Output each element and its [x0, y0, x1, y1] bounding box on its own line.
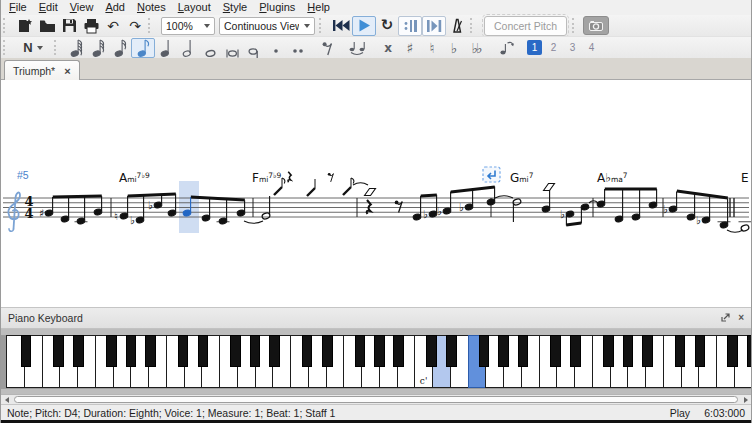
piano-key-Gs2[interactable]	[250, 335, 261, 367]
svg-text:♭: ♭	[148, 199, 153, 212]
flip-direction-button[interactable]	[495, 38, 517, 57]
tab-close-icon[interactable]: ×	[64, 66, 70, 77]
piano-key-Cs6[interactable]	[675, 335, 686, 367]
toolbar-separator	[3, 40, 10, 55]
piano-key-Fs2[interactable]	[230, 335, 241, 367]
concert-pitch-button[interactable]: Concert Pitch	[484, 16, 567, 36]
image-capture-icon[interactable]	[583, 16, 609, 35]
duration-eighth-button[interactable]	[131, 38, 155, 58]
piano-key-Cs5[interactable]	[550, 335, 561, 367]
rest-button[interactable]	[317, 38, 339, 57]
piano-key-Gs1[interactable]	[126, 335, 137, 367]
zoom-value: 100%	[166, 20, 199, 32]
duration-32nd-button[interactable]	[87, 38, 109, 57]
view-mode-select[interactable]: Continuous View	[219, 17, 315, 35]
piano-key-Fs4[interactable]	[479, 335, 490, 367]
augmentation-dot-button[interactable]	[265, 38, 287, 57]
chevron-down-icon	[204, 24, 210, 28]
tie-button[interactable]	[347, 38, 369, 57]
menu-file[interactable]: File	[3, 0, 33, 15]
view-mode-value: Continuous View	[224, 20, 299, 32]
duration-64th-button[interactable]	[65, 38, 87, 57]
menu-style[interactable]: Style	[217, 0, 253, 15]
pan-score-icon[interactable]	[422, 16, 446, 36]
piano-key-Fs3[interactable]	[355, 335, 366, 367]
tab-triumph[interactable]: Triumph* ×	[4, 60, 80, 81]
loop-playback-icon[interactable]: ↻	[376, 16, 398, 35]
piano-key-Ds5[interactable]	[570, 335, 581, 367]
menu-layout[interactable]: Layout	[172, 0, 217, 15]
duration-breve-button[interactable]	[221, 38, 243, 57]
zoom-select[interactable]: 100%	[161, 17, 215, 35]
double-sharp-button[interactable]: x	[377, 38, 399, 57]
duration-quarter-button[interactable]	[155, 38, 177, 57]
menu-add[interactable]: Add	[99, 0, 131, 15]
save-icon[interactable]	[58, 16, 80, 35]
new-score-icon[interactable]	[14, 16, 36, 35]
note-input-mode-button[interactable]: N	[14, 38, 52, 57]
rewind-icon[interactable]	[330, 16, 352, 35]
double-dot-button[interactable]	[287, 38, 309, 57]
piano-key-As1[interactable]	[145, 335, 156, 367]
menu-edit[interactable]: Edit	[33, 0, 64, 15]
metronome-icon[interactable]	[446, 16, 468, 35]
duration-half-button[interactable]	[177, 38, 199, 57]
piano-key-Gs5[interactable]	[623, 335, 634, 367]
print-icon[interactable]	[80, 16, 102, 35]
play-icon[interactable]	[352, 16, 376, 36]
piano-key-Cs4[interactable]	[426, 335, 437, 367]
scroll-right-icon[interactable]	[740, 395, 751, 404]
piano-key-Fs5[interactable]	[603, 335, 614, 367]
duration-16th-button[interactable]	[109, 38, 131, 57]
redo-icon[interactable]: ↷	[124, 16, 146, 35]
piano-key-Ds3[interactable]	[322, 335, 333, 367]
voice-1-button[interactable]: 1	[527, 40, 542, 55]
piano-key-Gs4[interactable]	[498, 335, 509, 367]
duration-whole-button[interactable]	[199, 38, 221, 57]
voice-3-button[interactable]: 3	[565, 40, 580, 55]
double-flat-button[interactable]: ♭♭	[465, 38, 487, 57]
score-canvas[interactable]: #5 44Ami7♭9Fmi7♭9Gmi7A♭ma7E♯♮♭♭♭♭♭♭♭♭	[1, 80, 752, 307]
piano-key-Fs6[interactable]	[727, 335, 738, 367]
piano-key-Ds6[interactable]	[695, 335, 706, 367]
open-slash-notehead	[365, 189, 376, 196]
piano-key-Fs1[interactable]	[106, 335, 117, 367]
piano-key-As4[interactable]	[518, 335, 529, 367]
voice-4-button[interactable]: 4	[584, 40, 599, 55]
measure-number: #5	[17, 169, 29, 181]
voice-2-button[interactable]: 2	[546, 40, 561, 55]
undo-icon[interactable]: ↶	[102, 16, 124, 35]
piano-key-Ds1[interactable]	[73, 335, 84, 367]
status-note-info: Note; Pitch: D4; Duration: Eighth; Voice…	[7, 407, 670, 419]
piano-key-Cs1[interactable]	[53, 335, 64, 367]
piano-key-Cs2[interactable]	[178, 335, 189, 367]
piano-key-Ds2[interactable]	[198, 335, 209, 367]
piano-key-As3[interactable]	[393, 335, 404, 367]
open-file-icon[interactable]	[36, 16, 58, 35]
menu-view[interactable]: View	[64, 0, 100, 15]
sharp-button[interactable]: ♯	[399, 38, 421, 57]
duration-longa-button[interactable]	[243, 38, 265, 57]
menu-help[interactable]: Help	[301, 0, 336, 15]
natural-button[interactable]: ♮	[421, 38, 443, 57]
menu-notes[interactable]: Notes	[131, 0, 172, 15]
piano-key-As5[interactable]	[642, 335, 653, 367]
piano-key-Ds4[interactable]	[446, 335, 457, 367]
slash-notehead	[274, 187, 282, 195]
scrollbar-thumb[interactable]	[14, 396, 738, 403]
tab-bar: Triumph* ×	[1, 58, 751, 80]
play-repeats-icon[interactable]	[398, 16, 422, 36]
main-toolbar: ↶↷100%Continuous View↻Concert Pitch	[1, 15, 751, 36]
piano-key-As0[interactable]	[21, 335, 32, 367]
piano-scrollbar[interactable]	[1, 394, 751, 404]
piano-key-As2[interactable]	[269, 335, 280, 367]
panel-close-icon[interactable]: ×	[738, 313, 744, 323]
menu-bar: FileEditViewAddNotesLayoutStylePluginsHe…	[1, 0, 751, 15]
panel-float-icon[interactable]	[721, 313, 730, 324]
menu-plugins[interactable]: Plugins	[253, 0, 301, 15]
piano-key-Gs6[interactable]	[747, 335, 752, 367]
piano-key-Gs3[interactable]	[374, 335, 385, 367]
flat-button[interactable]: ♭	[443, 38, 465, 57]
scroll-left-icon[interactable]	[1, 395, 12, 404]
piano-key-Cs3[interactable]	[302, 335, 313, 367]
